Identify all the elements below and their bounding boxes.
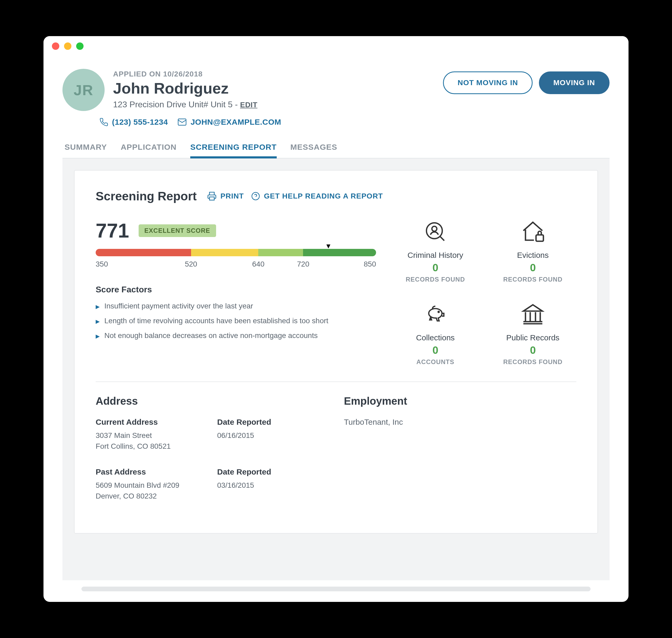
address-line: Fort Collins, CO 80521 (96, 441, 207, 452)
metric-sub: ACCOUNTS (416, 358, 454, 366)
tab-application[interactable]: APPLICATION (121, 137, 176, 158)
phone-link[interactable]: (123) 555-1234 (99, 118, 168, 127)
svg-rect-1 (209, 197, 214, 200)
phone-text: (123) 555-1234 (112, 118, 168, 127)
svg-line-5 (441, 237, 444, 241)
bullet-icon: ▶ (96, 303, 100, 310)
metric-sub: RECORDS FOUND (406, 276, 465, 283)
gauge-segment-excellent (303, 249, 376, 256)
horizontal-scrollbar[interactable] (82, 587, 590, 591)
metric-label: Criminal History (408, 251, 463, 260)
past-address-value: 5609 Mountain Blvd #209 Denver, CO 80232 (96, 480, 207, 501)
avatar: JR (63, 69, 105, 111)
bank-icon (520, 302, 546, 327)
gauge-tick: 720 (297, 260, 309, 268)
help-icon (251, 192, 260, 201)
moving-in-button[interactable]: MOVING IN (539, 71, 609, 94)
gauge-segment-fair (191, 249, 258, 256)
window-titlebar (44, 36, 628, 56)
svg-rect-7 (536, 235, 544, 241)
printer-icon (207, 191, 217, 201)
edit-address-link[interactable]: EDIT (240, 101, 257, 109)
bullet-icon: ▶ (96, 333, 100, 339)
credit-score: 771 (96, 219, 129, 242)
score-gauge: ▼ 350 520 640 720 (96, 249, 376, 269)
print-button[interactable]: PRINT (207, 191, 244, 201)
date-reported-label: Date Reported (217, 418, 328, 426)
svg-point-2 (252, 192, 259, 200)
metric-public-records: Public Records 0 RECORDS FOUND (489, 302, 576, 366)
metric-criminal-history: Criminal History 0 RECORDS FOUND (392, 219, 479, 283)
gauge-tick: 640 (252, 260, 264, 268)
score-factor: ▶ Length of time revolving accounts have… (96, 317, 376, 325)
tab-messages[interactable]: MESSAGES (290, 137, 337, 158)
phone-icon (99, 118, 108, 127)
svg-point-8 (438, 312, 439, 313)
piggy-bank-icon (423, 303, 448, 325)
bullet-icon: ▶ (96, 318, 100, 324)
email-link[interactable]: JOHN@EXAMPLE.COM (177, 117, 281, 127)
gauge-tick: 350 (96, 260, 108, 268)
score-badge: EXCELLENT SCORE (139, 224, 216, 237)
help-label: GET HELP READING A REPORT (264, 192, 383, 200)
current-address-label: Current Address (96, 418, 207, 426)
help-button[interactable]: GET HELP READING A REPORT (251, 192, 383, 201)
gauge-tick: 850 (364, 260, 376, 268)
person-search-icon (424, 220, 447, 244)
employment-section-title: Employment (344, 395, 576, 407)
score-factor: ▶ Not enough balance decreases on active… (96, 331, 376, 340)
metric-label: Collections (416, 333, 455, 342)
applicant-name: John Rodriguez (113, 79, 434, 97)
browser-window: JR APPLIED ON 10/26/2018 John Rodriguez … (44, 36, 628, 602)
current-address-value: 3037 Main Street Fort Collins, CO 80521 (96, 430, 207, 452)
divider (96, 382, 576, 382)
screening-report-card: Screening Report PRINT GET HELP READING … (74, 170, 598, 534)
applicant-address: 123 Precision Drive Unit# Unit 5 - EDIT (113, 100, 434, 110)
report-title: Screening Report (96, 189, 196, 203)
print-label: PRINT (220, 192, 244, 200)
metric-value: 0 (530, 344, 536, 356)
metric-sub: RECORDS FOUND (503, 358, 562, 366)
address-line: Denver, CO 80232 (96, 491, 207, 502)
window-close-dot[interactable] (52, 43, 59, 50)
factor-text: Not enough balance decreases on active n… (104, 331, 317, 340)
score-factors-title: Score Factors (96, 285, 376, 295)
address-section-title: Address (96, 395, 328, 407)
score-factor: ▶ Insufficient payment activity over the… (96, 302, 376, 310)
address-line: 3037 Main Street (96, 430, 207, 441)
factor-text: Insufficient payment activity over the l… (104, 302, 253, 310)
metric-label: Evictions (517, 251, 549, 260)
tab-summary[interactable]: SUMMARY (65, 137, 107, 158)
employment-value: TurboTenant, Inc (344, 418, 576, 426)
tabs: SUMMARY APPLICATION SCREENING REPORT MES… (63, 137, 609, 158)
address-text: 123 Precision Drive Unit# Unit 5 - (113, 100, 240, 109)
gauge-marker-icon: ▼ (325, 242, 332, 250)
past-address-label: Past Address (96, 467, 207, 476)
current-date-reported: 06/16/2015 (217, 430, 328, 441)
not-moving-in-button[interactable]: NOT MOVING IN (443, 71, 532, 94)
address-line: 5609 Mountain Blvd #209 (96, 480, 207, 491)
factor-text: Length of time revolving accounts have b… (104, 317, 328, 325)
mail-icon (177, 117, 187, 127)
svg-rect-0 (178, 119, 186, 125)
gauge-tick: 520 (185, 260, 197, 268)
metric-label: Public Records (506, 333, 559, 342)
gauge-segment-good (258, 249, 303, 256)
window-zoom-dot[interactable] (76, 43, 84, 50)
applied-on-label: APPLIED ON 10/26/2018 (113, 70, 434, 78)
metric-value: 0 (432, 344, 438, 356)
metric-value: 0 (530, 262, 536, 274)
metric-evictions: Evictions 0 RECORDS FOUND (489, 219, 576, 283)
email-text: JOHN@EXAMPLE.COM (191, 118, 281, 127)
metric-value: 0 (432, 262, 438, 274)
metric-sub: RECORDS FOUND (503, 276, 562, 283)
past-date-reported: 03/16/2015 (217, 480, 328, 491)
window-minimize-dot[interactable] (64, 43, 71, 50)
svg-point-6 (432, 226, 437, 231)
tab-screening-report[interactable]: SCREENING REPORT (190, 137, 277, 158)
date-reported-label: Date Reported (217, 467, 328, 476)
metric-collections: Collections 0 ACCOUNTS (392, 302, 479, 366)
house-lock-icon (520, 219, 546, 245)
gauge-segment-poor (96, 249, 191, 256)
